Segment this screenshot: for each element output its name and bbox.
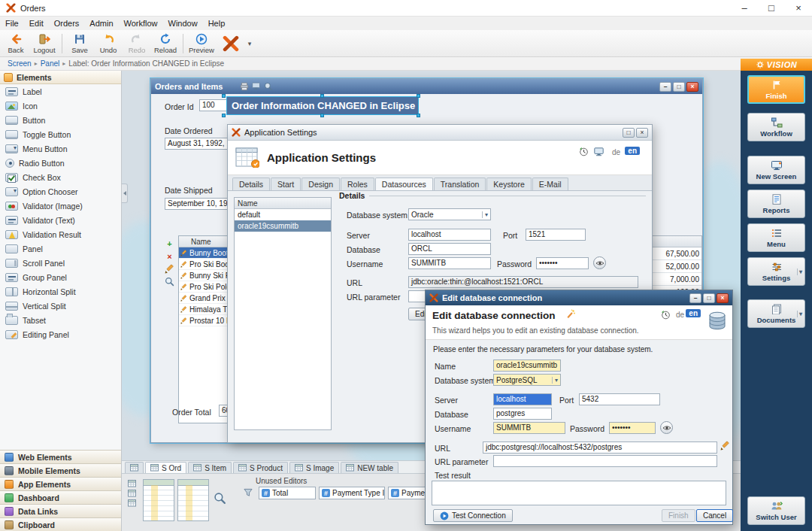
minimize-button[interactable]: – [731,0,758,16]
maximize-button[interactable]: □ [758,0,785,16]
preview-button[interactable]: Preview [186,31,217,56]
language-de[interactable]: de [612,148,620,156]
selection-handle[interactable] [320,114,324,117]
list-item[interactable]: default [235,209,331,220]
edit-dialog-titlebar[interactable]: Edit database connection – □ × [426,290,732,305]
database-field[interactable]: postgres [493,408,552,420]
amount-cell[interactable]: 67,500.00 [645,247,701,260]
documents-button[interactable]: Documents ▾ [747,299,805,328]
url-field[interactable]: jdbc:postgresql://localhost:5432/postgre… [483,441,717,454]
database-field[interactable]: ORCL [408,243,491,255]
datasource-list[interactable]: Name default oracle19csummitb [234,197,332,430]
palette-item-menu-button[interactable]: Menu Button [0,141,121,156]
tab-new-table[interactable]: NEW table [341,462,398,473]
table-icon[interactable] [128,480,136,487]
palette-item-validation-result[interactable]: Validation Result [0,227,121,241]
workflow-button[interactable]: Workflow [747,113,805,141]
palette-item-tabset[interactable]: Tabset [0,313,121,327]
selection-handle[interactable] [417,94,420,98]
date-ordered-field[interactable]: August 31, 1992, 12 [165,138,234,150]
monitor-icon[interactable] [252,82,261,91]
search-icon[interactable] [264,82,273,91]
undo-button[interactable]: Undo [94,31,123,56]
delete-row-icon[interactable]: × [165,251,174,261]
history-icon-wrap[interactable] [661,310,671,321]
palette-item-editing-panel[interactable]: Editing Panel [0,327,121,341]
edit-row-icon[interactable] [165,264,174,274]
search-rows-icon[interactable] [165,277,174,287]
tab-translation[interactable]: Translation [434,178,486,190]
list-item-selected[interactable]: oracle19csummitb [235,220,331,232]
amount-cell[interactable]: 52,000.00 [645,260,701,273]
section-dashboard[interactable]: Dashboard [0,490,121,504]
settings-maximize-button[interactable]: □ [623,128,635,138]
frame-close-button[interactable]: × [686,82,698,92]
section-clipboard[interactable]: Clipboard [0,517,121,531]
palette-item-check-box[interactable]: Check Box [0,170,121,184]
test-connection-button[interactable]: Test Connection [433,509,513,522]
settings-close-button[interactable]: × [636,128,648,138]
visionx-button[interactable] [217,31,245,56]
database-system-select[interactable]: Oracle▾ [408,208,491,220]
section-data-links[interactable]: Data Links [0,504,121,517]
language-en[interactable]: en [625,147,640,155]
chevron-down-icon[interactable]: ▾ [797,269,802,275]
menu-button[interactable]: Menu [747,223,805,252]
amount-cell[interactable]: 7,000.00 [645,273,701,286]
section-app-elements[interactable]: App Elements [0,477,121,490]
datasource-list-header[interactable]: Name [235,198,331,209]
insert-row-icon[interactable]: + [165,238,174,248]
close-button[interactable]: × [785,0,812,16]
selection-handle[interactable] [320,94,324,98]
palette-item-scroll-panel[interactable]: Scroll Panel [0,256,121,270]
settings-button[interactable]: Settings ▾ [747,257,805,286]
menu-admin[interactable]: Admin [84,19,118,28]
table-preview-thumb[interactable] [177,479,209,521]
unused-editor-payment[interactable]: #Paymen [388,487,430,499]
palette-item-toggle-button[interactable]: Toggle Button [0,127,121,141]
cancel-button[interactable]: Cancel [696,509,733,522]
port-field[interactable]: 1521 [526,229,586,241]
server-field[interactable]: localhost [408,229,491,241]
show-password-button[interactable] [593,256,606,269]
logout-button[interactable]: Logout [30,31,59,56]
menu-file[interactable]: File [0,19,24,28]
tab-details[interactable]: Details [232,178,270,190]
design-canvas[interactable]: Orders and Items – □ × Order Id 100 Orde… [122,71,741,531]
tab-s-product[interactable]: S Product [233,462,288,473]
reports-button[interactable]: Reports [747,190,805,218]
tab-s-image[interactable]: S Image [289,462,339,473]
palette-item-icon[interactable]: Icon [0,99,121,113]
reload-button[interactable]: Reload [151,31,180,56]
menu-help[interactable]: Help [203,19,231,28]
password-field[interactable]: ••••••• [536,257,589,269]
test-result-area[interactable] [432,481,726,505]
tab-s-ord[interactable]: S Ord [145,462,186,473]
password-field[interactable]: ••••••• [609,422,656,434]
tab-start[interactable]: Start [271,178,301,190]
switch-user-button[interactable]: Switch User [747,496,805,525]
tab-datasources[interactable]: Datasources [375,178,433,190]
show-password-button[interactable] [660,421,673,434]
palette-item-panel[interactable]: Panel [0,241,121,256]
unused-editor-total[interactable]: #Total [259,487,316,499]
tab-design[interactable]: Design [301,178,340,190]
table-preview-thumb[interactable] [143,479,174,521]
save-button[interactable]: Save [65,31,94,56]
new-screen-button[interactable]: New Screen [747,156,805,184]
palette-item-label[interactable]: Label [0,84,121,99]
menu-edit[interactable]: Edit [24,19,49,28]
language-en[interactable]: en [686,309,701,317]
palette-item-button[interactable]: Button [0,113,121,127]
username-field[interactable]: SUMMITB [408,257,491,269]
print-icon[interactable] [240,82,249,91]
finish-button-sidebar[interactable]: Finish [747,75,805,104]
settings-dialog-titlebar[interactable]: Application Settings □ × [228,125,652,141]
zoom-tool[interactable] [214,492,226,506]
edit-close-button[interactable]: × [717,293,729,303]
selection-handle[interactable] [222,94,226,98]
tab-email[interactable]: E-Mail [532,178,568,190]
edit-database-connection-dialog[interactable]: Edit database connection – □ × Edit data… [425,290,733,525]
language-de[interactable]: de [676,311,684,319]
url-field[interactable]: jdbc:oracle:thin:@localhost:1521:ORCL [408,276,638,288]
